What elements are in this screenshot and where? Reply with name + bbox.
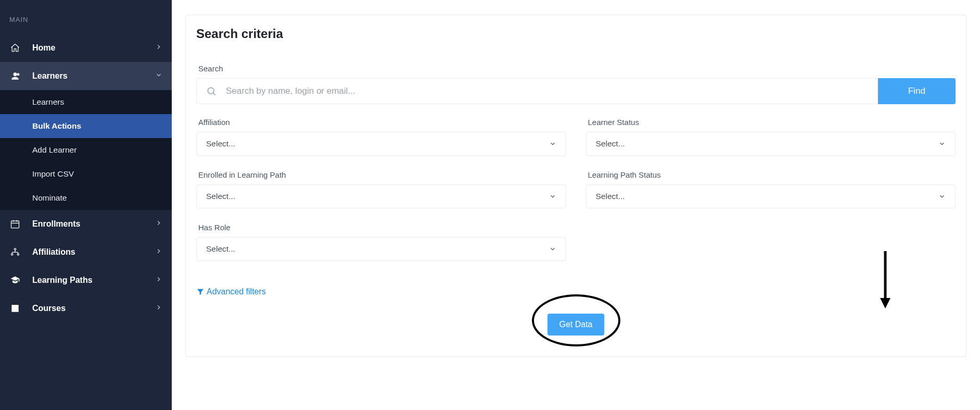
search-input[interactable]: [226, 86, 868, 96]
find-button[interactable]: Find: [878, 78, 956, 104]
enrolled-lp-select[interactable]: Select...: [196, 184, 566, 208]
advanced-filters-link[interactable]: Advanced filters: [196, 287, 266, 296]
svg-marker-10: [880, 298, 890, 308]
svg-point-4: [14, 249, 16, 250]
grad-cap-icon: [9, 275, 21, 286]
sidebar-item-label: Courses: [32, 304, 66, 313]
chevron-down-icon: [938, 193, 946, 200]
home-icon: [9, 42, 21, 54]
enrolled-lp-label: Enrolled in Learning Path: [196, 170, 566, 179]
subnav-learners[interactable]: Learners: [0, 90, 172, 114]
svg-rect-0: [11, 221, 19, 228]
select-value: Select...: [596, 192, 625, 201]
sidebar-item-label: Affiliations: [32, 247, 75, 257]
book-icon: [9, 303, 21, 314]
org-icon: [9, 246, 21, 258]
affiliation-select[interactable]: Select...: [196, 132, 566, 156]
subnav-nominate[interactable]: Nominate: [0, 186, 172, 210]
chevron-down-icon: [549, 193, 556, 200]
sidebar-item-label: Enrollments: [32, 219, 80, 229]
chevron-down-icon: [549, 245, 556, 253]
subnav-bulk-actions[interactable]: Bulk Actions: [0, 114, 172, 138]
sidebar-subnav-learners: Learners Bulk Actions Add Learner Import…: [0, 90, 172, 210]
sidebar-item-label: Home: [32, 43, 55, 53]
has-role-label: Has Role: [196, 223, 566, 232]
affiliation-label: Affiliation: [196, 118, 566, 127]
select-value: Select...: [206, 244, 235, 254]
calendar-icon: [9, 218, 21, 230]
sidebar-item-enrollments[interactable]: Enrollments: [0, 210, 172, 238]
sidebar-section-label: MAIN: [0, 10, 172, 34]
sidebar-item-affiliations[interactable]: Affiliations: [0, 238, 172, 266]
chevron-right-icon: [155, 247, 162, 257]
advanced-filters-label: Advanced filters: [207, 287, 266, 296]
lp-status-select[interactable]: Select...: [586, 184, 956, 208]
learner-status-label: Learner Status: [586, 118, 956, 127]
select-value: Select...: [206, 139, 235, 148]
sidebar: MAIN Home Learners Learners Bulk Actions…: [0, 0, 172, 410]
users-icon: [9, 70, 21, 82]
lp-status-label: Learning Path Status: [586, 170, 956, 179]
chevron-right-icon: [155, 219, 162, 229]
search-card: Search criteria Search Find Affiliation: [185, 15, 966, 357]
svg-line-8: [213, 93, 215, 95]
svg-point-6: [17, 254, 19, 255]
filter-icon: [196, 288, 205, 296]
search-label: Search: [196, 64, 956, 73]
select-value: Select...: [596, 139, 625, 148]
sidebar-item-home[interactable]: Home: [0, 34, 172, 62]
get-data-button[interactable]: Get Data: [548, 314, 604, 336]
subnav-add-learner[interactable]: Add Learner: [0, 138, 172, 162]
sidebar-item-learners[interactable]: Learners: [0, 62, 172, 90]
page-title: Search criteria: [186, 20, 966, 56]
chevron-right-icon: [155, 276, 162, 285]
main-content: Search criteria Search Find Affiliation: [172, 0, 980, 410]
select-value: Select...: [206, 192, 235, 201]
sidebar-item-label: Learning Paths: [32, 276, 93, 285]
has-role-select[interactable]: Select...: [196, 237, 566, 261]
sidebar-item-label: Learners: [32, 71, 68, 81]
learner-status-select[interactable]: Select...: [586, 132, 956, 156]
svg-point-7: [208, 88, 214, 94]
sidebar-item-courses[interactable]: Courses: [0, 294, 172, 322]
subnav-import-csv[interactable]: Import CSV: [0, 162, 172, 186]
chevron-down-icon: [549, 140, 556, 147]
chevron-down-icon: [938, 140, 946, 147]
search-field-wrap[interactable]: [196, 78, 878, 104]
chevron-down-icon: [155, 71, 162, 81]
svg-point-5: [11, 254, 13, 255]
chevron-right-icon: [155, 304, 162, 313]
sidebar-item-learning-paths[interactable]: Learning Paths: [0, 266, 172, 294]
chevron-right-icon: [155, 43, 162, 53]
search-icon: [206, 86, 217, 96]
